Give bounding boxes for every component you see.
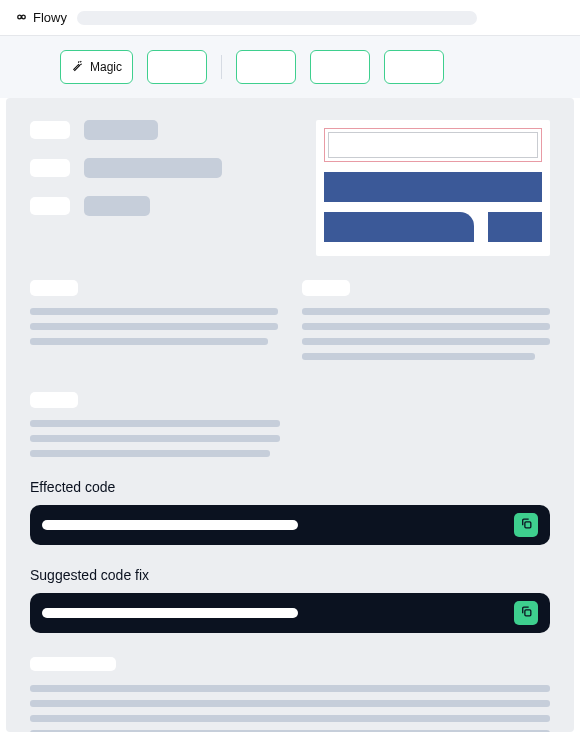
effected-code-block: [30, 505, 550, 545]
logo: Flowy: [14, 10, 67, 25]
suggested-fix-heading: Suggested code fix: [30, 567, 550, 583]
field-label: [30, 159, 70, 177]
text-line: [30, 450, 270, 457]
search-input[interactable]: [77, 11, 477, 25]
effected-code-heading: Effected code: [30, 479, 550, 495]
text-line: [30, 700, 550, 707]
preview-panel: [316, 120, 550, 256]
details-row: [30, 120, 550, 256]
suggested-code-block: [30, 593, 550, 633]
copy-icon: [520, 604, 533, 622]
toolbar: Magic: [0, 36, 580, 98]
field-value: [84, 120, 158, 140]
copy-button[interactable]: [514, 513, 538, 537]
section-title: [30, 657, 116, 671]
text-line: [30, 338, 268, 345]
text-line: [30, 730, 550, 732]
field-value: [84, 158, 222, 178]
toolbar-tab-3[interactable]: [236, 50, 296, 84]
copy-button[interactable]: [514, 601, 538, 625]
toolbar-separator: [221, 55, 222, 79]
magic-wand-icon: [71, 59, 84, 75]
preview-element-1: [324, 172, 542, 202]
section-title: [302, 280, 350, 296]
info-section-3: [30, 392, 550, 457]
preview-element-2: [324, 212, 474, 242]
bottom-section: [30, 657, 550, 732]
magic-label: Magic: [90, 60, 122, 74]
text-line: [30, 323, 278, 330]
field-label: [30, 197, 70, 215]
preview-highlight-box: [324, 128, 542, 162]
info-section-left: [30, 280, 278, 368]
svg-rect-0: [524, 522, 530, 528]
text-line: [30, 685, 550, 692]
preview-inner-box: [328, 132, 538, 158]
field-label: [30, 121, 70, 139]
code-content: [42, 608, 298, 618]
text-line: [30, 435, 280, 442]
form-row-1: [30, 120, 292, 140]
text-line: [302, 323, 550, 330]
info-sections: [30, 280, 550, 368]
text-line: [30, 420, 280, 427]
preview-element-3: [488, 212, 542, 242]
form-row-2: [30, 158, 292, 178]
text-line: [302, 308, 550, 315]
main-content: Effected code Suggested code fix: [6, 98, 574, 732]
svg-rect-1: [524, 610, 530, 616]
effected-code-section: Effected code: [30, 479, 550, 545]
section-title: [30, 392, 78, 408]
details-form: [30, 120, 292, 256]
toolbar-tab-4[interactable]: [310, 50, 370, 84]
section-title: [30, 280, 78, 296]
toolbar-tab-5[interactable]: [384, 50, 444, 84]
app-header: Flowy: [0, 0, 580, 36]
magic-button[interactable]: Magic: [60, 50, 133, 84]
infinity-icon: [14, 10, 29, 25]
text-line: [30, 715, 550, 722]
field-value: [84, 196, 150, 216]
text-line: [302, 338, 550, 345]
text-line: [302, 353, 535, 360]
form-row-3: [30, 196, 292, 216]
code-content: [42, 520, 298, 530]
logo-text: Flowy: [33, 10, 67, 25]
suggested-fix-section: Suggested code fix: [30, 567, 550, 633]
text-line: [30, 308, 278, 315]
info-section-right: [302, 280, 550, 368]
copy-icon: [520, 516, 533, 534]
toolbar-tab-2[interactable]: [147, 50, 207, 84]
